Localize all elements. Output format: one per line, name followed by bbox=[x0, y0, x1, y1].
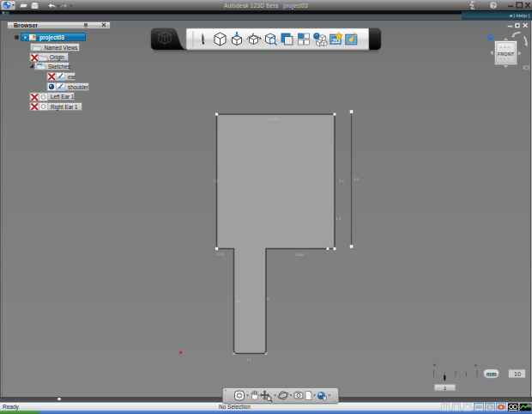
svg-text:2D: 2D bbox=[332, 38, 340, 44]
svg-text:10: 10 bbox=[514, 371, 521, 377]
svg-text:?: ? bbox=[492, 3, 495, 9]
svg-text:FRONT: FRONT bbox=[498, 52, 515, 57]
svg-text:mm: mm bbox=[487, 371, 497, 377]
